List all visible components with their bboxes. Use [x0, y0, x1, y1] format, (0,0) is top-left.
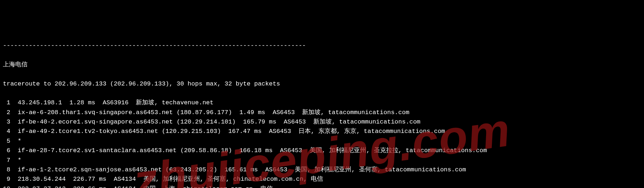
separator-line: ----------------------------------------… — [3, 41, 641, 50]
hop-line: 9 218.30.54.244 226.77 ms AS4134 美国, 加利福… — [3, 175, 641, 184]
trace-header: traceroute to 202.96.209.133 (202.96.209… — [3, 79, 641, 89]
hop-line: 1 43.245.198.1 1.28 ms AS63916 新加坡, tech… — [3, 98, 641, 108]
hop-line: 5 * — [3, 137, 641, 146]
hop-line: 7 * — [3, 156, 641, 165]
hop-line: 10 202.97.27.213 280.66 ms AS4134 中国, 上海… — [3, 184, 641, 188]
hop-list: 1 43.245.198.1 1.28 ms AS63916 新加坡, tech… — [3, 98, 641, 188]
hop-line: 2 ix-ae-6-208.thar1.svq-singapore.as6453… — [3, 108, 641, 117]
hop-line: 6 if-ae-28-7.tcore2.sv1-santaclara.as645… — [3, 146, 641, 155]
trace-title: 上海电信 — [3, 60, 641, 70]
hop-line: 3 if-be-40-2.ecore1.svq-singapore.as6453… — [3, 117, 641, 127]
hop-line: 4 if-ae-49-2.tcore1.tv2-tokyo.as6453.net… — [3, 127, 641, 136]
hop-line: 8 if-ae-1-2.tcore2.sqn-sanjose.as6453.ne… — [3, 165, 641, 175]
